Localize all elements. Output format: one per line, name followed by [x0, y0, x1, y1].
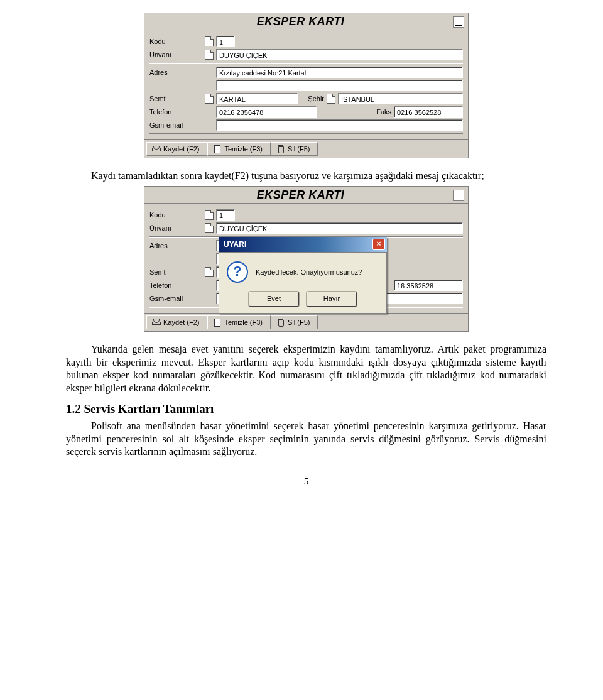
dialog-title: UYARI	[224, 240, 372, 249]
faks-input[interactable]: 0216 3562528	[394, 106, 463, 118]
kodu-input[interactable]: 1	[216, 36, 235, 47]
save-icon	[152, 318, 161, 327]
clear-icon	[213, 318, 222, 327]
temizle-button[interactable]: Temizle (F3)	[207, 142, 271, 156]
lookup-icon[interactable]	[205, 50, 214, 60]
adres-label: Adres	[149, 242, 205, 249]
adres2-input[interactable]	[216, 80, 463, 91]
dialog-title-bar: UYARI ×	[219, 237, 387, 252]
section-heading: 1.2 Servis Kartları Tanımları	[66, 402, 546, 416]
paragraph-2: Yukarıda gelen mesaja evet yanıtını seçe…	[66, 343, 546, 395]
unvani-input[interactable]: DUYGU ÇİÇEK	[216, 49, 463, 60]
paragraph-1: Kaydı tamamladıktan sonra kaydet(F2) tuş…	[66, 170, 546, 182]
form1-title-bar: EKSPER KARTI	[144, 13, 468, 30]
unvani-input[interactable]: DUYGU ÇİÇEK	[216, 222, 463, 234]
delete-icon	[276, 145, 285, 153]
sehir-input[interactable]: İSTANBUL	[338, 93, 463, 104]
close-icon[interactable]: ×	[372, 239, 385, 250]
document-icon	[453, 16, 464, 28]
clear-icon	[213, 145, 222, 153]
semt-input[interactable]: KARTAL	[216, 93, 298, 104]
form2-title: EKSPER KARTI	[148, 189, 453, 202]
lookup-icon[interactable]	[205, 210, 214, 220]
lookup-icon[interactable]	[205, 94, 214, 104]
kaydet-label: Kaydet (F2)	[163, 145, 199, 153]
faks-label: Faks	[365, 108, 394, 116]
question-icon: ?	[227, 261, 248, 283]
kaydet-label: Kaydet (F2)	[163, 319, 199, 326]
telefon-label: Telefon	[149, 282, 205, 289]
gsm-label: Gsm-email	[149, 295, 205, 302]
page-number: 5	[66, 476, 546, 487]
sil-label: Sil (F5)	[288, 319, 310, 326]
unvani-label: Ünvanı	[149, 224, 205, 232]
temizle-label: Temizle (F3)	[224, 145, 263, 153]
eksper-form-1: EKSPER KARTI Kodu 1 Ünvanı DUYGU ÇİÇEK A…	[144, 13, 469, 158]
form1-button-bar: Kaydet (F2) Temizle (F3) Sil (F5)	[144, 139, 468, 158]
lookup-icon[interactable]	[205, 36, 214, 46]
gsm-label: Gsm-email	[149, 121, 205, 129]
temizle-label: Temizle (F3)	[224, 319, 263, 326]
uyari-dialog: UYARI × ? Kaydedilecek. Onaylıyormusunuz…	[219, 237, 387, 314]
lookup-icon[interactable]	[327, 94, 335, 104]
save-icon	[152, 145, 161, 153]
kaydet-button[interactable]: Kaydet (F2)	[146, 315, 207, 329]
kaydet-button[interactable]: Kaydet (F2)	[146, 142, 207, 156]
delete-icon	[276, 318, 285, 327]
hayir-button[interactable]: Hayır	[307, 292, 357, 307]
telefon-label: Telefon	[149, 108, 205, 116]
evet-button[interactable]: Evet	[249, 292, 299, 307]
kodu-input[interactable]: 1	[216, 209, 235, 221]
document-icon	[453, 190, 464, 201]
kodu-label: Kodu	[149, 211, 205, 219]
semt-label: Semt	[149, 95, 205, 102]
sil-label: Sil (F5)	[288, 145, 310, 153]
kodu-label: Kodu	[149, 38, 205, 45]
faks-input[interactable]: 16 3562528	[394, 280, 463, 291]
eksper-form-2: EKSPER KARTI Kodu 1 Ünvanı DUYGU ÇİÇEK A…	[144, 186, 469, 332]
temizle-button[interactable]: Temizle (F3)	[207, 315, 271, 329]
sil-button[interactable]: Sil (F5)	[271, 315, 318, 329]
semt-label: Semt	[149, 268, 205, 276]
form2-title-bar: EKSPER KARTI	[144, 187, 468, 204]
paragraph-3: Polisoft ana menüsünden hasar yönetimini…	[66, 420, 546, 458]
lookup-icon[interactable]	[205, 223, 214, 233]
unvani-label: Ünvanı	[149, 51, 205, 58]
form1-title: EKSPER KARTI	[148, 15, 453, 28]
telefon-input[interactable]: 0216 2356478	[216, 106, 317, 118]
adres-input[interactable]: Kızılay caddesi No:21 Kartal	[216, 67, 463, 78]
adres-label: Adres	[149, 68, 205, 76]
dialog-message: Kaydedilecek. Onaylıyormusunuz?	[256, 268, 362, 276]
lookup-icon[interactable]	[205, 267, 214, 277]
sehir-label: Şehir	[298, 95, 327, 102]
gsm-input[interactable]	[216, 119, 463, 131]
form2-button-bar: Kaydet (F2) Temizle (F3) Sil (F5)	[144, 313, 468, 331]
sil-button[interactable]: Sil (F5)	[271, 142, 318, 156]
